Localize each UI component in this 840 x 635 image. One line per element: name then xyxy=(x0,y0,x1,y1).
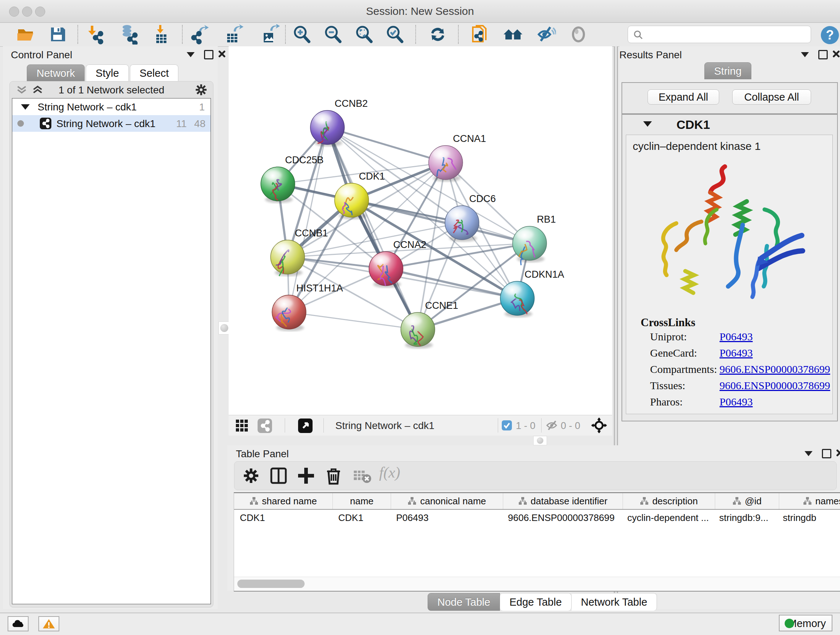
panel-collapse-icon[interactable] xyxy=(801,52,809,57)
tab-network[interactable]: Network xyxy=(27,65,85,81)
show-columns-icon[interactable] xyxy=(268,466,289,486)
network-row-selected[interactable]: String Network – cdk1 11 48 xyxy=(12,115,210,132)
crosslink-label: GeneCard: xyxy=(650,347,697,359)
panel-collapse-icon[interactable] xyxy=(805,451,813,456)
column-header-name[interactable]: name xyxy=(333,493,391,509)
crosslink-link[interactable]: 9606.ENSP00000378699 xyxy=(720,363,830,375)
network-edge-CCNA2-CDKN1A[interactable] xyxy=(386,269,517,298)
network-options-gear-icon[interactable] xyxy=(195,84,207,96)
column-header-namespace[interactable]: namespace xyxy=(779,493,840,509)
zoom-fit-icon[interactable] xyxy=(354,24,374,44)
collection-caret-icon[interactable] xyxy=(21,104,30,110)
expand-all-button[interactable]: Expand All xyxy=(647,89,719,105)
export-network-icon[interactable] xyxy=(189,24,210,44)
table-cell[interactable]: stringdb:9... xyxy=(714,510,777,527)
help-icon[interactable]: ? xyxy=(820,25,840,45)
function-builder-icon[interactable]: f(x) xyxy=(379,464,400,481)
cloud-status-icon[interactable] xyxy=(8,616,28,631)
zoom-out-icon[interactable] xyxy=(323,24,343,44)
search-input[interactable] xyxy=(647,27,807,41)
crosslink-link[interactable]: 9606.ENSP00000378699 xyxy=(720,379,830,392)
tab-string[interactable]: String xyxy=(704,62,752,79)
table-cell[interactable]: CDK1 xyxy=(234,510,332,527)
panel-float-icon[interactable] xyxy=(204,50,213,59)
import-table-file-icon[interactable] xyxy=(151,24,172,44)
memory-button[interactable]: Memory xyxy=(779,615,832,631)
network-edge-CCNB2-CCNE1[interactable] xyxy=(327,127,418,329)
zoom-in-icon[interactable] xyxy=(292,24,312,44)
crosslink-link[interactable]: P06493 xyxy=(720,331,753,343)
refresh-icon[interactable] xyxy=(428,24,448,44)
tab-select[interactable]: Select xyxy=(130,65,179,81)
hidden-eye-icon[interactable] xyxy=(546,420,558,431)
network-node-HIST1H1A[interactable]: HIST1H1A xyxy=(272,283,343,331)
network-node-CCNE1[interactable]: CCNE1 xyxy=(401,300,458,348)
open-session-icon[interactable] xyxy=(16,24,36,44)
network-file-icon[interactable] xyxy=(470,24,490,44)
column-header-@id[interactable]: @id xyxy=(715,493,779,509)
node-label-CCNA1: CCNA1 xyxy=(453,133,486,144)
tab-style[interactable]: Style xyxy=(86,65,128,81)
export-image-icon[interactable] xyxy=(259,24,279,44)
crosslink-link[interactable]: P06493 xyxy=(720,396,753,408)
tab-node-table[interactable]: Node Table xyxy=(428,593,500,611)
import-network-database-icon[interactable] xyxy=(118,24,139,44)
network-node-CCNB2[interactable]: CCNB2 xyxy=(310,98,368,147)
network-edge-CCNB2-CCNA1[interactable] xyxy=(327,127,446,163)
table-horizontal-scrollbar[interactable] xyxy=(234,577,840,591)
network-node-CDC6[interactable]: CDC6 xyxy=(445,193,496,242)
scrollbar-thumb[interactable] xyxy=(237,580,305,588)
collapse-all-button[interactable]: Collapse All xyxy=(732,89,811,105)
grid-view-icon[interactable] xyxy=(235,419,248,432)
import-network-file-icon[interactable] xyxy=(85,24,105,44)
application-window: Session: New Session xyxy=(0,0,840,635)
network-node-CCNA1[interactable]: CCNA1 xyxy=(429,133,486,182)
home-icon[interactable] xyxy=(503,24,523,44)
table-cell[interactable]: P06493 xyxy=(390,510,502,527)
add-column-icon[interactable] xyxy=(296,466,316,486)
table-cell[interactable]: CDK1 xyxy=(332,510,390,527)
panel-close-icon[interactable] xyxy=(836,449,840,457)
crosslink-link[interactable]: P06493 xyxy=(720,347,753,359)
horizontal-splitter-handle[interactable] xyxy=(533,436,547,445)
export-table-icon[interactable] xyxy=(224,24,244,44)
network-node-CDK1[interactable]: CDK1 xyxy=(335,171,385,219)
network-canvas[interactable]: CCNB2CCNA1CDC25BCDK1CDC6RB1CCNB1CCNA2CDK… xyxy=(229,46,612,415)
table-cell[interactable]: cyclin-dependent ... xyxy=(622,510,714,527)
panel-close-icon[interactable] xyxy=(832,50,840,58)
column-header-database-identifier[interactable]: database identifier xyxy=(503,493,623,509)
delete-table-icon[interactable] xyxy=(352,466,372,486)
table-options-gear-icon[interactable] xyxy=(241,466,261,486)
table-row[interactable]: CDK1CDK1P064939606.ENSP00000378699cyclin… xyxy=(234,510,840,527)
table-cell[interactable]: 9606.ENSP00000378699 xyxy=(502,510,622,527)
table-cell[interactable]: stringdb xyxy=(777,510,840,527)
network-node-RB1[interactable]: RB1 xyxy=(513,214,556,265)
tab-network-table[interactable]: Network Table xyxy=(572,593,657,611)
panel-float-icon[interactable] xyxy=(818,50,828,59)
svg-text:?: ? xyxy=(826,27,834,42)
gene-section-caret-icon[interactable] xyxy=(643,121,652,127)
network-node-CCNB1[interactable]: CCNB1 xyxy=(271,228,328,276)
table-tabs: Node TableEdge TableNetwork Table xyxy=(428,593,657,611)
tab-edge-table[interactable]: Edge Table xyxy=(500,593,572,611)
warnings-icon[interactable] xyxy=(38,616,59,631)
protein-structure-image xyxy=(641,157,811,312)
panel-close-icon[interactable] xyxy=(218,50,226,58)
delete-column-icon[interactable] xyxy=(324,466,344,486)
reset-position-icon[interactable] xyxy=(591,417,607,433)
network-collection-row[interactable]: String Network – cdk1 1 xyxy=(12,98,210,115)
panel-float-icon[interactable] xyxy=(822,449,831,458)
show-all-icon[interactable] xyxy=(568,24,589,44)
column-header-shared-name[interactable]: shared name xyxy=(234,493,333,509)
column-header-canonical-name[interactable]: canonical name xyxy=(391,493,503,509)
zoom-selected-icon[interactable] xyxy=(385,24,405,44)
selected-checkbox-icon[interactable] xyxy=(501,420,512,431)
network-edge-CCNE1-HIST1H1A[interactable] xyxy=(289,312,418,329)
birdseye-view-icon[interactable] xyxy=(298,418,313,433)
network-node-CDKN1A[interactable]: CDKN1A xyxy=(500,269,564,318)
panel-collapse-icon[interactable] xyxy=(187,52,195,57)
string-view-icon[interactable] xyxy=(257,418,272,433)
column-header-description[interactable]: description xyxy=(623,493,715,509)
save-session-icon[interactable] xyxy=(48,24,68,44)
hide-selected-icon[interactable] xyxy=(536,24,556,44)
